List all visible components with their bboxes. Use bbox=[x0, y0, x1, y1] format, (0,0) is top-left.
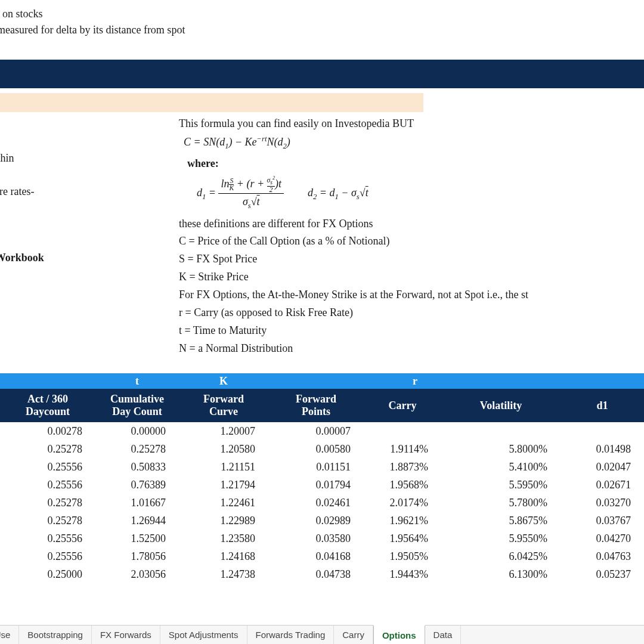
def-line: S = FX Spot Price bbox=[179, 251, 644, 268]
cell-cum: 0.25278 bbox=[95, 443, 179, 456]
cell-d1: 0.05237 bbox=[561, 568, 644, 581]
var-t: t bbox=[95, 375, 179, 388]
cell-cum: 1.78056 bbox=[95, 550, 179, 563]
cell-vol: 5.5950% bbox=[441, 479, 561, 491]
cell-d1: 0.03767 bbox=[561, 515, 644, 527]
cell-day: 0.25556 bbox=[0, 461, 95, 473]
sheet-tab-forwards-trading[interactable]: Forwards Trading bbox=[247, 626, 335, 644]
sheet-tab-fx-forwards[interactable]: FX Forwards bbox=[92, 626, 160, 644]
var-K: K bbox=[179, 375, 268, 388]
sheet-tab-bootstrapping[interactable]: Bootstrapping bbox=[19, 626, 92, 644]
cell-cum: 1.01667 bbox=[95, 497, 179, 509]
sheet-tabs: of UseBootstrappingFX ForwardsSpot Adjus… bbox=[0, 625, 644, 644]
col-daycount: Act / 360Daycount bbox=[0, 393, 95, 417]
cell-pts: 0.00580 bbox=[268, 443, 364, 456]
cell-vol: 5.7800% bbox=[441, 497, 561, 509]
col-points: ForwardPoints bbox=[268, 393, 364, 417]
left-line-bold: in this Workbook bbox=[0, 250, 44, 267]
where-label: where: bbox=[187, 156, 644, 172]
cell-vol: 5.4100% bbox=[441, 461, 561, 473]
options-data-table: t K r Act / 360Daycount CumulativeDay Co… bbox=[0, 373, 644, 583]
cell-cum: 1.26944 bbox=[95, 515, 179, 527]
cell-carry: 1.9505% bbox=[364, 550, 441, 563]
left-line: n scope. bbox=[0, 217, 44, 234]
def-line: K = Strike Price bbox=[179, 269, 644, 286]
cell-d1: 0.03270 bbox=[561, 497, 644, 509]
cell-pts: 0.01794 bbox=[268, 479, 364, 491]
cell-vol: 5.8000% bbox=[441, 443, 561, 456]
sheet-tab-data[interactable]: Data bbox=[425, 626, 462, 644]
def-line: C = Price of the Call Option (as a % of … bbox=[179, 233, 644, 250]
def-line: For FX Options, the At-the-Money Strike … bbox=[179, 287, 644, 304]
sheet-tab-options[interactable]: Options bbox=[373, 625, 425, 644]
cell-day: 0.25000 bbox=[0, 568, 95, 581]
cell-day: 0.25278 bbox=[0, 443, 95, 456]
table-row: 0.250002.030561.247380.047381.9443%6.130… bbox=[0, 565, 644, 583]
table-row: 0.255561.525001.235800.035801.9564%5.955… bbox=[0, 530, 644, 547]
table-header-row: Act / 360Daycount CumulativeDay Count Fo… bbox=[0, 389, 644, 422]
left-line: or is more rates- bbox=[0, 184, 44, 200]
table-row: 0.252781.269441.229890.029891.9621%5.867… bbox=[0, 512, 644, 530]
cell-d1: 0.02047 bbox=[561, 461, 644, 473]
cell-vol: 6.0425% bbox=[441, 550, 561, 563]
cell-cum: 2.03056 bbox=[95, 568, 179, 581]
col-volatility: Volatility bbox=[441, 400, 561, 412]
intro-text: re based on stocks kes are measured for … bbox=[0, 0, 644, 38]
table-row: 0.002780.000001.200070.00007 bbox=[0, 422, 644, 440]
cell-day: 0.25556 bbox=[0, 550, 95, 563]
sheet-tab-carry[interactable]: Carry bbox=[334, 626, 373, 644]
cell-fwd: 1.23580 bbox=[179, 532, 268, 545]
table-row: 0.252780.252781.205800.005801.9114%5.800… bbox=[0, 440, 644, 458]
cell-pts: 0.02461 bbox=[268, 497, 364, 509]
formula-block: This formula you can find easily on Inve… bbox=[179, 116, 644, 357]
left-line: ates bbox=[0, 200, 44, 217]
formula-lead: This formula you can find easily on Inve… bbox=[179, 116, 644, 132]
cell-cum: 0.76389 bbox=[95, 479, 179, 491]
cell-pts: 0.03580 bbox=[268, 532, 364, 545]
col-carry: Carry bbox=[364, 400, 441, 412]
cell-carry: 1.9114% bbox=[364, 443, 441, 456]
formula-call-price: C = SN(d1) − Ke−rtN(d2) bbox=[184, 134, 644, 152]
cell-day: 0.25556 bbox=[0, 479, 95, 491]
cell-vol: 6.1300% bbox=[441, 568, 561, 581]
cell-fwd: 1.22989 bbox=[179, 515, 268, 527]
cell-day: 0.00278 bbox=[0, 425, 95, 438]
def-line: t = Time to Maturity bbox=[179, 323, 644, 339]
sheet-tab-of-use[interactable]: of Use bbox=[0, 626, 19, 644]
defs-heading: these definitions are different for FX O… bbox=[179, 216, 644, 233]
intro-line-2: kes are measured for delta by its distan… bbox=[0, 22, 644, 38]
cell-carry: 1.9564% bbox=[364, 532, 441, 545]
cell-carry: 1.9443% bbox=[364, 568, 441, 581]
cell-pts: 0.04738 bbox=[268, 568, 364, 581]
cell-fwd: 1.21794 bbox=[179, 479, 268, 491]
sheet-tab-spot-adjustments[interactable]: Spot Adjustments bbox=[160, 626, 247, 644]
cell-d1: 0.01498 bbox=[561, 443, 644, 456]
cell-carry: 2.0174% bbox=[364, 497, 441, 509]
cell-carry: 1.9568% bbox=[364, 479, 441, 491]
table-row: 0.255560.763891.217940.017941.9568%5.595… bbox=[0, 476, 644, 494]
left-line: ere is a thin bbox=[0, 150, 44, 167]
left-line: ere its bbox=[0, 134, 44, 150]
table-row: 0.252781.016671.224610.024612.0174%5.780… bbox=[0, 494, 644, 512]
col-d1: d1 bbox=[561, 400, 644, 412]
cell-pts: 0.01151 bbox=[268, 461, 364, 473]
section-divider-dark bbox=[0, 60, 644, 88]
cell-carry: 1.9621% bbox=[364, 515, 441, 527]
cell-day: 0.25278 bbox=[0, 515, 95, 527]
intro-line-1: re based on stocks bbox=[0, 6, 644, 22]
cell-d1: 0.04270 bbox=[561, 532, 644, 545]
cell-fwd: 1.24738 bbox=[179, 568, 268, 581]
formula-d1-d2: d1 = lnSK + (r + σs22)t σs√t d2 = d1 − σ… bbox=[197, 176, 644, 212]
cell-fwd: 1.21151 bbox=[179, 461, 268, 473]
cell-vol: 5.8675% bbox=[441, 515, 561, 527]
section-divider-peach bbox=[0, 93, 423, 112]
variable-label-row: t K r bbox=[0, 373, 644, 389]
cell-d1: 0.04763 bbox=[561, 550, 644, 563]
cell-pts: 0.02989 bbox=[268, 515, 364, 527]
var-r: r bbox=[364, 375, 441, 388]
cell-fwd: 1.20580 bbox=[179, 443, 268, 456]
def-line: N = a Normal Distribution bbox=[179, 340, 644, 357]
cell-day: 0.25278 bbox=[0, 497, 95, 509]
cell-cum: 0.00000 bbox=[95, 425, 179, 438]
left-column-text: ere its ere is a thin or is more rates- … bbox=[0, 134, 44, 267]
